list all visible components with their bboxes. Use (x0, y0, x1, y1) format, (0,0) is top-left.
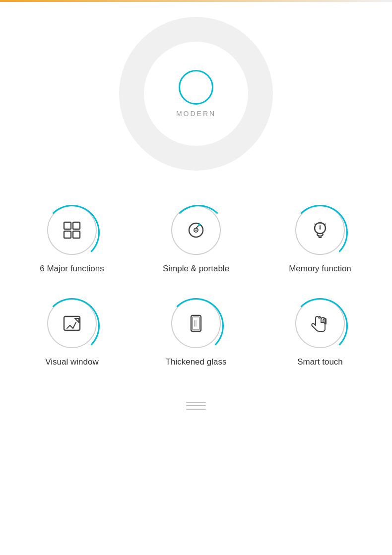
feature-thickened-glass: Thickened glass (134, 289, 258, 377)
thickened-glass-icon-circle (171, 299, 221, 348)
visual-window-label: Visual window (45, 357, 98, 367)
touch-icon (308, 311, 332, 335)
menu-dots (0, 392, 392, 430)
bulb-icon (308, 218, 332, 242)
hero-section: MODERN (0, 2, 392, 181)
features-grid: 6 Major functions Simple & portable (0, 181, 392, 392)
menu-line-3 (186, 409, 206, 410)
smart-touch-icon-circle (295, 299, 345, 348)
major-functions-icon-circle (47, 205, 97, 255)
major-functions-label: 6 Major functions (40, 264, 104, 274)
hero-circle-outer: MODERN (119, 17, 273, 171)
feature-major-functions: 6 Major functions (10, 195, 134, 284)
svg-rect-2 (64, 231, 71, 238)
svg-line-13 (315, 224, 316, 225)
window-icon (60, 311, 84, 335)
simple-portable-icon-circle (171, 205, 221, 255)
smart-touch-label: Smart touch (297, 357, 343, 367)
memory-function-label: Memory function (289, 264, 351, 274)
feature-memory-function: Memory function (258, 195, 382, 284)
feature-visual-window: Visual window (10, 289, 134, 377)
feature-simple-portable: Simple & portable (134, 195, 258, 284)
menu-line-1 (186, 402, 206, 403)
simple-portable-label: Simple & portable (163, 264, 229, 274)
feature-smart-touch: Smart touch (258, 289, 382, 377)
dial-icon (184, 218, 208, 242)
svg-rect-3 (73, 231, 80, 238)
hero-circle-inner: MODERN (144, 42, 248, 146)
visual-window-icon-circle (47, 299, 97, 348)
svg-rect-0 (64, 222, 71, 229)
glass-icon (184, 311, 208, 335)
svg-line-14 (325, 224, 326, 225)
svg-rect-1 (73, 222, 80, 229)
menu-line-2 (186, 405, 206, 406)
svg-line-7 (196, 225, 199, 228)
svg-point-8 (198, 224, 201, 226)
svg-point-6 (196, 230, 197, 231)
memory-function-icon-circle (295, 205, 345, 255)
grid-icon (60, 218, 84, 242)
thickened-glass-label: Thickened glass (166, 357, 227, 367)
hero-ring (179, 70, 213, 105)
hero-label: MODERN (176, 110, 216, 118)
svg-line-21 (75, 318, 79, 322)
svg-line-18 (67, 325, 70, 328)
